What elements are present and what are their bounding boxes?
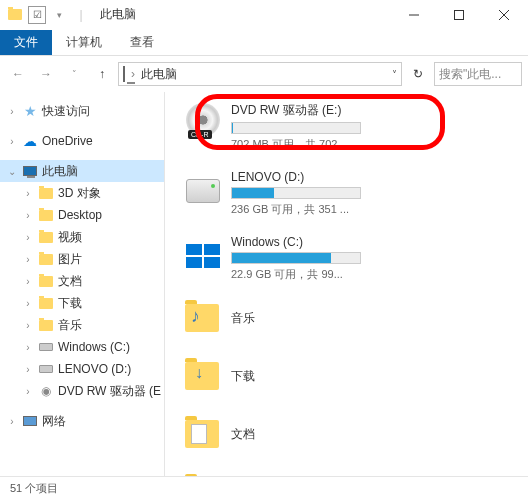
chevron-right-icon[interactable]: › [22, 386, 34, 397]
disc-icon: CD-R [185, 102, 221, 138]
drive-name: DVD RW 驱动器 (E:) [231, 102, 522, 119]
sidebar-item-onedrive[interactable]: › ☁ OneDrive [0, 130, 164, 152]
sidebar-item[interactable]: ›3D 对象 [0, 182, 164, 204]
chevron-right-icon[interactable]: › [22, 232, 34, 243]
back-button[interactable]: ← [6, 62, 30, 86]
properties-icon[interactable]: ☑ [28, 6, 46, 24]
chevron-right-icon[interactable]: › [22, 210, 34, 221]
music-folder-icon [185, 300, 221, 336]
folder-icon [38, 251, 54, 267]
item-count: 51 个项目 [10, 481, 58, 496]
chevron-right-icon[interactable]: › [22, 298, 34, 309]
drive-status: 236 GB 可用，共 351 ... [231, 202, 371, 217]
folder-icon [38, 273, 54, 289]
recent-dropdown[interactable]: ˅ [62, 62, 86, 86]
folder-icon [38, 229, 54, 245]
sidebar-item-quick-access[interactable]: › ★ 快速访问 [0, 100, 164, 122]
folder-item[interactable]: 下载 [171, 358, 522, 394]
sidebar-item[interactable]: ›LENOVO (D:) [0, 358, 164, 380]
chevron-down-icon[interactable]: ⌄ [6, 166, 18, 177]
sidebar-item[interactable]: ›视频 [0, 226, 164, 248]
breadcrumb[interactable]: 此电脑 [141, 66, 177, 83]
address-bar[interactable]: › 此电脑 ˅ [118, 62, 402, 86]
drive-icon [38, 361, 54, 377]
dl-folder-icon [185, 358, 221, 394]
usage-bar [231, 187, 361, 199]
quick-access-toolbar: ☑ ▾ | [2, 6, 90, 24]
folder-item[interactable]: 音乐 [171, 300, 522, 336]
drive-name: LENOVO (D:) [231, 170, 522, 184]
sidebar-item[interactable]: ›文档 [0, 270, 164, 292]
sidebar-item[interactable]: ›音乐 [0, 314, 164, 336]
sidebar-item[interactable]: ›Desktop [0, 204, 164, 226]
content-pane: CD-RDVD RW 驱动器 (E:)702 MB 可用，共 702...LEN… [165, 92, 528, 476]
separator: | [72, 6, 90, 24]
drive-item[interactable]: CD-RDVD RW 驱动器 (E:)702 MB 可用，共 702... [171, 102, 522, 152]
sidebar-item-this-pc[interactable]: ⌄ 此电脑 [0, 160, 164, 182]
sidebar-item[interactable]: ›◉DVD RW 驱动器 (E [0, 380, 164, 402]
window-title: 此电脑 [100, 6, 136, 23]
up-button[interactable]: ↑ [90, 62, 114, 86]
forward-button[interactable]: → [34, 62, 58, 86]
sidebar-item[interactable]: ›图片 [0, 248, 164, 270]
search-placeholder: 搜索"此电... [439, 66, 501, 83]
star-icon: ★ [22, 103, 38, 119]
drive-item[interactable]: Windows (C:)22.9 GB 可用，共 99... [171, 235, 522, 282]
drive-status: 22.9 GB 可用，共 99... [231, 267, 371, 282]
statusbar: 51 个项目 [0, 476, 528, 500]
folder-icon [38, 207, 54, 223]
ribbon-tabs: 文件 计算机 查看 [0, 30, 528, 56]
drive-item[interactable]: LENOVO (D:)236 GB 可用，共 351 ... [171, 170, 522, 217]
folder-name: 文档 [231, 426, 255, 443]
address-dropdown-icon[interactable]: ˅ [392, 69, 397, 80]
minimize-button[interactable] [391, 1, 436, 29]
disc-icon: ◉ [38, 383, 54, 399]
network-icon [22, 413, 38, 429]
navigation-bar: ← → ˅ ↑ › 此电脑 ˅ ↻ 搜索"此电... [0, 56, 528, 92]
maximize-button[interactable] [436, 1, 481, 29]
drive-name: Windows (C:) [231, 235, 522, 249]
chevron-right-icon[interactable]: › [22, 342, 34, 353]
chevron-right-icon[interactable]: › [22, 188, 34, 199]
folder-icon [38, 185, 54, 201]
close-button[interactable] [481, 1, 526, 29]
folder-name: 下载 [231, 368, 255, 385]
chevron-right-icon[interactable]: › [6, 136, 18, 147]
chevron-right-icon[interactable]: › [22, 320, 34, 331]
drive-icon [38, 339, 54, 355]
titlebar: ☑ ▾ | 此电脑 [0, 0, 528, 30]
sidebar-item[interactable]: ›Windows (C:) [0, 336, 164, 358]
chevron-right-icon[interactable]: › [6, 106, 18, 117]
drive-status: 702 MB 可用，共 702... [231, 137, 371, 152]
folder-icon [38, 295, 54, 311]
tab-file[interactable]: 文件 [0, 30, 52, 55]
sidebar-item-network[interactable]: › 网络 [0, 410, 164, 432]
folder-name: 音乐 [231, 310, 255, 327]
explorer-icon [6, 6, 24, 24]
pc-icon [123, 67, 125, 81]
search-input[interactable]: 搜索"此电... [434, 62, 522, 86]
tab-view[interactable]: 查看 [116, 30, 168, 55]
windows-drive-icon [185, 235, 221, 271]
svg-rect-1 [454, 10, 463, 19]
qat-dropdown-icon[interactable]: ▾ [50, 6, 68, 24]
chevron-right-icon[interactable]: › [22, 276, 34, 287]
chevron-right-icon[interactable]: › [6, 416, 18, 427]
pc-icon [22, 163, 38, 179]
chevron-right-icon[interactable]: › [22, 364, 34, 375]
navigation-pane: › ★ 快速访问 › ☁ OneDrive ⌄ 此电脑 ›3D 对象›Deskt… [0, 92, 165, 476]
hdd-icon [185, 170, 221, 206]
folder-item[interactable]: 文档 [171, 416, 522, 452]
tab-computer[interactable]: 计算机 [52, 30, 116, 55]
sidebar-item[interactable]: ›下载 [0, 292, 164, 314]
refresh-button[interactable]: ↻ [406, 62, 430, 86]
folder-icon [38, 317, 54, 333]
cloud-icon: ☁ [22, 133, 38, 149]
chevron-right-icon[interactable]: › [22, 254, 34, 265]
doc-folder-icon [185, 416, 221, 452]
chevron-right-icon[interactable]: › [131, 67, 135, 81]
usage-bar [231, 252, 361, 264]
usage-bar [231, 122, 361, 134]
